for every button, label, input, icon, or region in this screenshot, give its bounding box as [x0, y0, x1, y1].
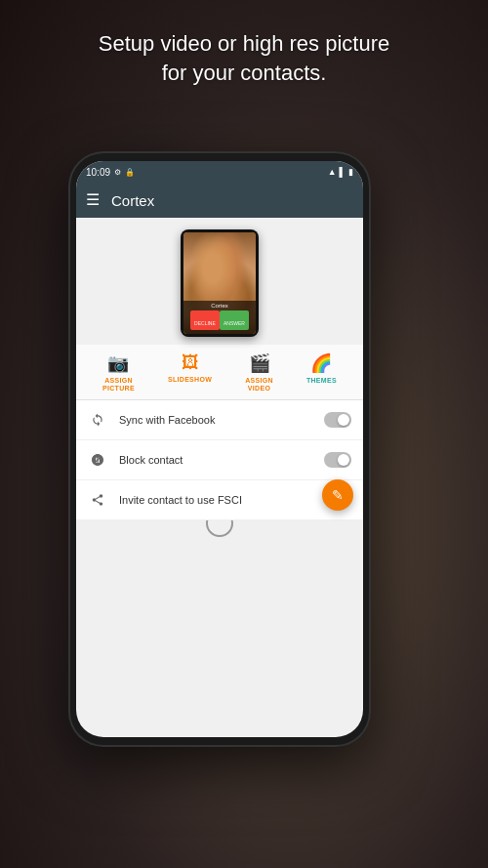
status-bar: 10:09 ⚙ 🔒 ▲ ▌ ▮ — [76, 161, 363, 183]
share-icon — [88, 490, 107, 510]
headline-line1: Setup video or high res picture — [99, 31, 389, 56]
call-buttons: DECLINE ANSWER — [187, 309, 252, 332]
accept-label: ANSWER — [224, 320, 245, 326]
decline-label: DECLINE — [194, 320, 216, 326]
block-contact-item[interactable]: Block contact — [76, 440, 363, 480]
caller-overlay: Cortex DECLINE ANSWER — [183, 301, 256, 334]
toggle-knob-2 — [338, 454, 349, 466]
assign-video-icon: 🎬 — [249, 352, 270, 374]
time-display: 10:09 — [86, 167, 110, 178]
accept-button[interactable]: ANSWER — [220, 310, 249, 330]
mini-phone: Cortex DECLINE ANSWER — [181, 229, 259, 337]
themes-action[interactable]: 🌈 THEMES — [306, 352, 337, 393]
status-left: 10:09 ⚙ 🔒 — [86, 167, 135, 178]
block-contact-text: Block contact — [119, 454, 312, 466]
decline-button[interactable]: DECLINE — [190, 310, 220, 330]
toggle-knob — [338, 414, 349, 426]
status-right: ▲ ▌ ▮ — [328, 167, 353, 177]
assign-video-label: ASSIGNVIDEO — [245, 377, 273, 393]
headline-line2: for your contacts. — [162, 61, 327, 85]
headline: Setup video or high res picture for your… — [0, 29, 488, 87]
assign-picture-label: ASSIGNPICTURE — [102, 377, 135, 393]
lock-icon: 🔒 — [125, 168, 135, 177]
sync-facebook-text: Sync with Facebook — [119, 414, 312, 426]
fab-edit[interactable]: ✎ — [322, 479, 353, 511]
action-row: 📷 ASSIGNPICTURE 🖼 SLIDESHOW 🎬 ASSIGNVIDE… — [76, 345, 363, 400]
toolbar-title: Cortex — [111, 192, 154, 209]
slideshow-action[interactable]: 🖼 SLIDESHOW — [168, 352, 212, 393]
assign-picture-icon: 📷 — [107, 352, 129, 374]
assign-picture-action[interactable]: 📷 ASSIGNPICTURE — [102, 352, 135, 393]
phone-screen: 10:09 ⚙ 🔒 ▲ ▌ ▮ ☰ Cortex Cortex — [76, 161, 363, 737]
home-bar — [76, 520, 363, 540]
sync-facebook-item[interactable]: Sync with Facebook — [76, 400, 363, 440]
phone-frame: 10:09 ⚙ 🔒 ▲ ▌ ▮ ☰ Cortex Cortex — [68, 151, 371, 747]
settings-icon: ⚙ — [114, 168, 121, 177]
assign-video-action[interactable]: 🎬 ASSIGNVIDEO — [245, 352, 273, 393]
app-toolbar: ☰ Cortex — [76, 183, 363, 218]
invite-contact-text: Invite contact to use FSCI — [119, 494, 351, 506]
signal-icon: ▌ — [340, 167, 346, 177]
invite-contact-item[interactable]: Invite contact to use FSCI — [76, 480, 363, 520]
slideshow-icon: 🖼 — [182, 352, 199, 373]
slideshow-label: SLIDESHOW — [168, 376, 212, 384]
preview-area: Cortex DECLINE ANSWER — [76, 218, 363, 345]
block-icon — [88, 450, 107, 470]
battery-icon: ▮ — [348, 167, 353, 177]
block-contact-toggle[interactable] — [324, 452, 351, 468]
fab-icon: ✎ — [332, 487, 344, 503]
sync-facebook-toggle[interactable] — [324, 412, 351, 428]
menu-icon[interactable]: ☰ — [86, 192, 100, 208]
themes-icon: 🌈 — [310, 352, 332, 374]
wifi-icon: ▲ — [328, 167, 337, 177]
sync-icon — [88, 410, 107, 430]
settings-list: Sync with Facebook Block contact — [76, 400, 363, 520]
mini-phone-screen: Cortex DECLINE ANSWER — [183, 232, 256, 334]
themes-label: THEMES — [306, 377, 337, 385]
